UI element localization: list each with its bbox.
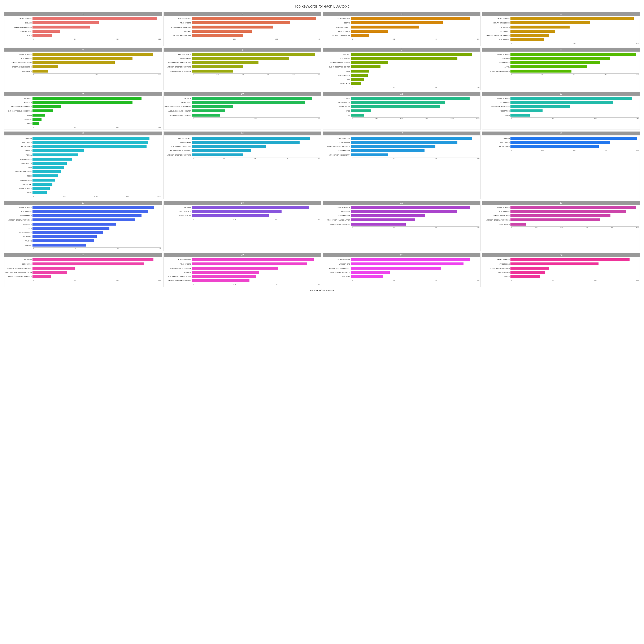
bar-label: BIOSPHERE: [483, 30, 510, 32]
bar-row: PROJECT: [324, 52, 479, 56]
bar-row: TERRA: [5, 153, 161, 157]
x-tick: 0: [352, 118, 353, 119]
bar-row: ATMOSPHERE: [324, 140, 479, 144]
bar: [510, 258, 630, 261]
bar-row: LAND SURFACE: [5, 178, 161, 182]
bar-row: FINANCE: [5, 239, 161, 243]
x-tick: 100: [573, 74, 575, 75]
bar: [192, 105, 233, 108]
panel-header-7: 7: [323, 48, 480, 52]
x-tick: 0: [511, 74, 512, 75]
x-tick: 100: [535, 227, 538, 229]
bar-label: MODIS: [5, 175, 32, 177]
x-axis: 0250500750: [511, 118, 639, 119]
x-tick: 600: [477, 38, 479, 40]
bar-row: HUMAN DIMENSIONS: [483, 21, 639, 25]
x-tick: 400: [318, 118, 320, 119]
x-tick: 0: [511, 279, 512, 281]
bar-row: ATMOSPHERE: [165, 21, 320, 25]
bar: [32, 30, 60, 33]
x-tick: 25: [75, 248, 76, 249]
x-tick: 0: [193, 219, 193, 220]
bar-label: BUDGET: [5, 244, 32, 246]
bar-label: NIGHT TEMPERATURE: [5, 171, 32, 173]
bar-row: EARTH SCIENCE: [5, 187, 161, 190]
x-tick: 750: [425, 118, 428, 119]
bar-row: PLAN: [5, 226, 161, 230]
bar-row: SPICE: [324, 109, 479, 113]
x-tick: 0: [352, 279, 353, 281]
bar: [32, 70, 48, 73]
panel-20: 20EARTH SCIENCEATMOSPHEREATMOSPHERIC WIN…: [482, 201, 640, 251]
x-tick: 0: [33, 126, 34, 128]
bar: [32, 26, 90, 29]
x-tick: 200: [560, 227, 563, 229]
bar: [32, 118, 42, 121]
panel-header-17: 17: [4, 201, 162, 205]
panel-header-21: 21: [4, 253, 162, 257]
x-tick: 0: [33, 38, 34, 40]
x-tick: 200: [242, 74, 244, 75]
bar-row: CLOUDS: [165, 270, 320, 274]
bar-label: LANGLEY RESEARCH CENTER: [5, 276, 32, 278]
bar-row: OCEANS: [5, 136, 161, 140]
bar: [32, 17, 157, 20]
bar: [32, 57, 132, 60]
x-tick: 400: [611, 227, 613, 229]
bar-label: GEOGRAPHY: [324, 83, 351, 85]
x-tick: 50: [223, 158, 225, 159]
bar-label: ATMOSPHERE: [483, 39, 510, 41]
x-tick: 100: [254, 158, 256, 159]
bar: [32, 223, 116, 226]
bar: [351, 275, 383, 278]
bar-label: POPULATION: [483, 26, 510, 28]
bar-label: ATMOSPHERIC WATER VAPOR: [5, 219, 32, 221]
bar-row: EARTH SCIENCE: [324, 205, 479, 209]
bar: [192, 153, 243, 156]
bar: [32, 109, 53, 112]
panel-8: 8EARTH SCIENCESHARINGKNOWLEDGEAPPELSPECT…: [482, 48, 640, 90]
bar: [351, 149, 425, 152]
bar-row: EARTH SCIENCE: [324, 258, 479, 262]
bar: [351, 223, 406, 226]
x-tick: 0: [511, 227, 512, 229]
bar-label: ATMOSPHERIC CHEMISTRY: [5, 62, 32, 64]
bar-row: OCEANS: [165, 29, 320, 33]
bar-row: ATMOSPHERIC WATER VAPOR: [5, 218, 161, 222]
bar-row: NASA: [5, 113, 161, 117]
bar-row: EARTH SCIENCE: [165, 258, 320, 262]
bar-label: OCEAN COLOR: [324, 106, 351, 108]
bar: [510, 114, 530, 117]
bar-row: PERFORMANCE: [5, 231, 161, 234]
bar-label: MICROWAVE: [5, 70, 32, 72]
bar-row: ATMOSPHERIC WATER VAPOR: [324, 218, 479, 222]
x-tick: 400: [116, 38, 119, 40]
x-axis: 025050075010001250: [352, 118, 479, 119]
x-axis: 0200400: [33, 74, 161, 75]
panel-header-15: 15: [323, 132, 480, 135]
x-tick: 600: [605, 149, 607, 151]
bar-row: KNOWLEDGE: [483, 61, 639, 65]
bar-label: COMPLETED: [5, 263, 32, 265]
bar-label: EARTH SCIENCE: [165, 18, 192, 20]
bar: [32, 174, 58, 177]
bar-label: AMES RESEARCH CENTER: [5, 106, 32, 108]
bar-row: OCEANS: [165, 205, 320, 209]
bar-row: OCEAN OPTICS: [483, 140, 639, 144]
bar-row: MICROWAVE: [5, 69, 161, 73]
bar-label: COMPLETED: [5, 102, 32, 104]
bar-label: ATMOSPHERIC TEMPERATURE: [165, 154, 192, 156]
bar: [32, 21, 99, 24]
panel-13: 13OCEANSOCEAN OPTICSOCEAN COLORWWHGDTERR…: [4, 131, 162, 199]
bar: [192, 145, 266, 148]
bar-row: ATMOSPHERIC WATER VAPOR: [483, 218, 639, 222]
bar-label: CLOUDS: [165, 271, 192, 273]
bar-row: MARSHALL SPACE FLIGHT CENTER: [165, 105, 320, 109]
bar: [510, 109, 543, 112]
bar: [32, 170, 61, 173]
bar-label: SPICE: [324, 110, 351, 112]
bar-label: SPACE SCIENCE: [324, 74, 351, 76]
bar-row: ATMOSPHERE: [165, 140, 320, 144]
bar-label: OCEANS: [324, 22, 351, 24]
x-tick: 200: [275, 284, 278, 285]
